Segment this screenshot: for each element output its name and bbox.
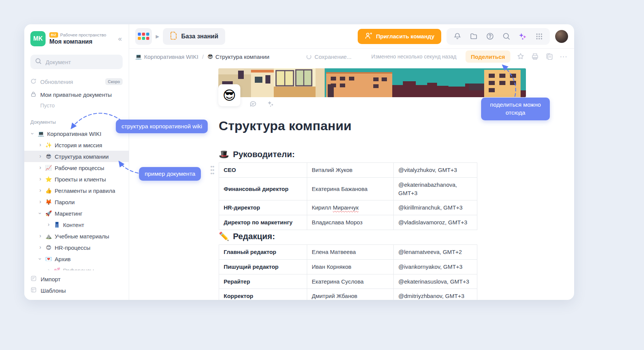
lock-icon (30, 91, 36, 98)
name-cell[interactable]: Иван Корняков (307, 259, 394, 274)
role-cell[interactable]: Главный редактор (219, 245, 307, 260)
section-heading-leaders: 🎩 Руководители: (219, 150, 295, 159)
invite-team-button[interactable]: Пригласить команду (358, 29, 441, 44)
search-icon[interactable] (502, 32, 510, 40)
contact-cell[interactable]: @kirillmiranchuk, GMT+3 (394, 200, 477, 215)
sidebar-item-work-processes[interactable]: › 📈 Рабочие процессы (24, 162, 129, 173)
chevron-right-icon[interactable]: › (38, 176, 43, 182)
chevron-down-icon[interactable]: › (30, 131, 36, 136)
duplicate-icon[interactable] (545, 52, 554, 61)
apps-dots-icon[interactable] (535, 33, 543, 40)
sidebar-item-learning-materials[interactable]: › ⛰️ Учебные материалы (24, 230, 129, 242)
sidebar-item-templates[interactable]: Шаблоны (30, 285, 123, 296)
contact-cell[interactable]: @dmitriyzhbanov, GMT+3 (394, 289, 477, 300)
page-emoji[interactable]: 😎 (218, 84, 240, 106)
workspace-avatar[interactable]: MK (30, 31, 46, 46)
table-row[interactable]: Корректор Дмитрий Жбанов @dmitriyzhbanov… (219, 289, 477, 300)
chevron-right-icon[interactable]: › (38, 153, 43, 159)
sidebar-item-archive[interactable]: › 💌 Архив (24, 253, 129, 265)
name-cell[interactable]: Екатерина Бажанова (307, 177, 394, 200)
cover-image[interactable] (218, 68, 526, 97)
sidebar-item-corporate-wiki[interactable]: › 💻 Корпоративная WIKI (24, 128, 129, 139)
table-row[interactable]: Финансовый директор Екатерина Бажанова @… (219, 177, 477, 200)
table-row[interactable]: HR-директор Кирилл Миранчук @kirillmiran… (219, 200, 477, 215)
table-row[interactable]: Пишущий редактор Иван Корняков @ivankorn… (219, 259, 477, 274)
chevron-right-icon[interactable]: › (38, 233, 43, 239)
chevron-right-icon[interactable]: › (38, 187, 43, 193)
sidebar-item-content[interactable]: › 👖 Контент (24, 219, 129, 230)
share-button[interactable]: Поделиться (466, 50, 510, 63)
table-row[interactable]: Главный редактор Елена Матвеева @lenamat… (219, 245, 477, 260)
table-row[interactable]: Директор по маркетингу Владислава Мороз … (219, 215, 477, 230)
more-icon[interactable]: ⋯ (560, 55, 568, 58)
sidebar-item-projects-clients[interactable]: › ⭐ Проекты и клиенты (24, 173, 129, 185)
contact-cell[interactable]: @ivankornyakov, GMT+3 (394, 259, 477, 274)
folder-icon[interactable] (470, 32, 478, 40)
table-row[interactable]: CEO Виталий Жуков @vitalyzhukov, GMT+3 (219, 163, 477, 178)
chevron-right-icon[interactable]: › (38, 164, 43, 170)
chevron-right-icon[interactable]: › (46, 221, 51, 227)
ai-sparkles-icon[interactable] (519, 32, 527, 41)
role-cell[interactable]: Корректор (219, 289, 307, 300)
role-cell[interactable]: Финансовый директор (219, 177, 307, 200)
search-box[interactable] (30, 55, 123, 69)
sidebar-item-history-mission[interactable]: › ✨ История и миссия (24, 139, 129, 151)
role-cell[interactable]: Директор по маркетингу (219, 215, 307, 230)
contact-cell[interactable]: @ekaterinasuslova, GMT+3 (394, 274, 477, 289)
tab-knowledge-base[interactable]: База знаний (163, 28, 225, 45)
name-cell[interactable]: Елена Матвеева (307, 245, 394, 260)
sidebar-item-private-docs[interactable]: Мои приватные документы (30, 88, 123, 101)
block-drag-handle-icon[interactable]: •••••• (210, 165, 215, 175)
sidebar-item-import[interactable]: Импорт (30, 273, 123, 285)
breadcrumb-current[interactable]: Структура компании (215, 54, 269, 60)
print-icon[interactable] (531, 52, 539, 61)
user-avatar[interactable] (555, 30, 568, 43)
name-cell[interactable]: Владислава Мороз (307, 215, 394, 230)
comment-icon[interactable] (249, 100, 257, 108)
sidebar-item-marketing[interactable]: › 🚀 Маркетинг (24, 208, 129, 219)
sidebar-item-regulations[interactable]: › 👍 Регламенты и правила (24, 185, 129, 196)
search-input[interactable] (46, 59, 118, 65)
role-cell[interactable]: CEO (219, 163, 307, 178)
star-icon[interactable] (516, 52, 525, 61)
collapse-sidebar-icon[interactable]: « (117, 34, 123, 44)
role-cell[interactable]: Пишущий редактор (219, 259, 307, 274)
sidebar-item-references[interactable]: › 💕 Референсы (24, 265, 129, 270)
top-hat-emoji: 🎩 (219, 150, 229, 159)
contact-cell[interactable]: @ekaterinabazhanova, GMT+3 (394, 177, 477, 200)
help-icon[interactable] (486, 32, 494, 40)
sidebar-item-hr-processes[interactable]: › 😊 HR-процессы (24, 242, 129, 253)
breadcrumb-parent-link[interactable]: Корпоративная WIKI (144, 54, 198, 60)
sidebar-item-company-structure[interactable]: › 😎 Структура компании (24, 151, 129, 162)
name-cell[interactable]: Екатерина Суслова (307, 274, 394, 289)
refresh-icon (30, 78, 36, 85)
notifications-bell-icon[interactable] (453, 32, 461, 40)
breadcrumb-parent-emoji: 💻 (135, 54, 142, 60)
doc-emoji: 👍 (45, 188, 52, 194)
role-cell[interactable]: HR-директор (219, 200, 307, 215)
contact-cell[interactable]: @vladislavamoroz, GMT+3 (394, 215, 477, 230)
chevron-down-icon[interactable]: › (37, 257, 43, 261)
spaces-grid-button[interactable] (135, 28, 152, 45)
sidebar-item-updates[interactable]: Обновления Скоро (30, 75, 123, 88)
name-cell[interactable]: Дмитрий Жбанов (307, 289, 394, 300)
chevron-right-icon[interactable]: › (38, 244, 43, 250)
ai-sparkle-icon[interactable] (267, 100, 275, 108)
editorial-table: Главный редактор Елена Матвеева @lenamat… (219, 244, 477, 300)
role-cell[interactable]: Рерайтер (219, 274, 307, 289)
sidebar-item-passwords[interactable]: › 🦊 Пароли (24, 196, 129, 208)
table-row[interactable]: Рерайтер Екатерина Суслова @ekaterinasus… (219, 274, 477, 289)
chevron-right-icon[interactable]: › (38, 142, 43, 148)
doc-emoji: ⭐ (45, 176, 52, 182)
plan-badge: BIZ (49, 32, 58, 38)
workspace-header[interactable]: MK BIZ Рабочее пространство Моя компания… (24, 24, 129, 51)
name-cell[interactable]: Кирилл Миранчук (307, 200, 394, 215)
modified-timestamp: Изменено несколько секунд назад (371, 54, 456, 60)
name-cell[interactable]: Виталий Жуков (307, 163, 394, 178)
contact-cell[interactable]: @vitalyzhukov, GMT+3 (394, 163, 477, 178)
contact-cell[interactable]: @lenamatveeva, GMT+2 (394, 245, 477, 260)
document-icon (170, 32, 177, 41)
chevron-right-icon[interactable]: › (38, 199, 43, 205)
chevron-down-icon[interactable]: › (37, 211, 43, 216)
chevron-right-icon[interactable]: › (46, 267, 51, 270)
